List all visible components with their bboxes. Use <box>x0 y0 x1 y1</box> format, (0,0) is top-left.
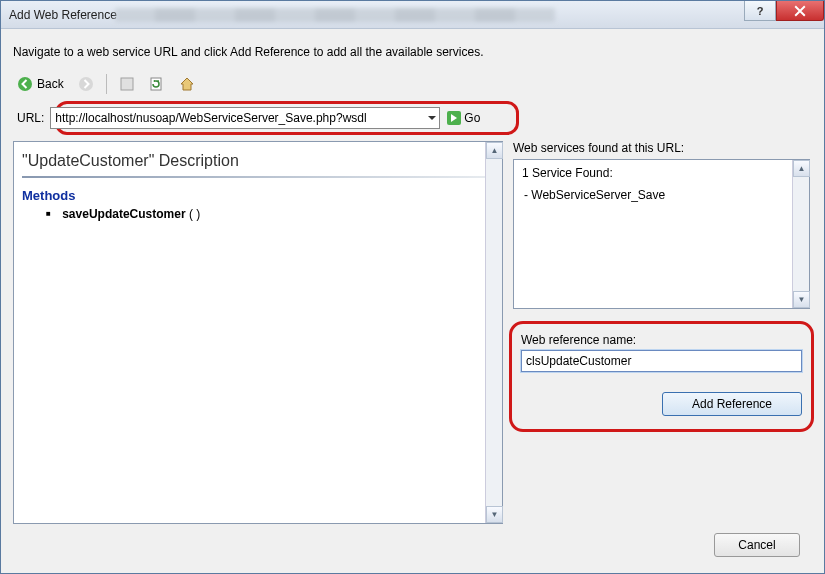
dialog-window: Add Web Reference ? Navigate to a web se… <box>0 0 825 574</box>
url-row-container: URL: Go <box>13 101 812 135</box>
add-reference-button[interactable]: Add Reference <box>662 392 802 416</box>
back-label: Back <box>37 77 64 91</box>
window-title: Add Web Reference <box>9 8 117 22</box>
description-content: "UpdateCustomer" Description Methods sav… <box>14 142 502 229</box>
titlebar[interactable]: Add Web Reference ? <box>1 1 824 29</box>
services-listbox[interactable]: 1 Service Found: - WebServiceServer_Save… <box>513 159 810 309</box>
help-button[interactable]: ? <box>744 1 776 21</box>
right-pane: Web services found at this URL: 1 Servic… <box>513 141 812 524</box>
stop-button[interactable] <box>115 74 139 94</box>
method-signature: ( ) <box>189 207 200 221</box>
refresh-button[interactable] <box>145 74 169 94</box>
chevron-down-icon <box>428 114 436 122</box>
close-icon <box>794 5 806 17</box>
reference-name-label: Web reference name: <box>521 333 802 347</box>
go-arrow-icon <box>446 110 462 126</box>
reference-section: Web reference name: Add Reference <box>513 327 810 428</box>
scroll-down-button[interactable]: ▼ <box>486 506 503 523</box>
titlebar-background-blur <box>115 8 555 22</box>
chevron-up-icon: ▲ <box>798 164 806 173</box>
dialog-footer: Cancel <box>13 524 812 565</box>
service-item[interactable]: - WebServiceServer_Save <box>522 188 801 202</box>
description-divider <box>22 176 494 178</box>
chevron-down-icon: ▼ <box>798 295 806 304</box>
back-arrow-icon <box>17 76 33 92</box>
methods-list: saveUpdateCustomer ( ) <box>22 207 494 221</box>
url-input[interactable] <box>50 107 440 129</box>
method-name: saveUpdateCustomer <box>62 207 185 221</box>
url-input-wrap <box>50 107 440 129</box>
toolbar-separator <box>106 74 107 94</box>
description-scrollbar[interactable]: ▲ ▼ <box>485 142 502 523</box>
scroll-down-button[interactable]: ▼ <box>793 291 810 308</box>
forward-arrow-icon <box>78 76 94 92</box>
chevron-up-icon: ▲ <box>491 146 499 155</box>
instruction-text: Navigate to a web service URL and click … <box>13 39 812 71</box>
dialog-content: Navigate to a web service URL and click … <box>1 29 824 573</box>
chevron-down-icon: ▼ <box>491 510 499 519</box>
cancel-button[interactable]: Cancel <box>714 533 800 557</box>
method-item[interactable]: saveUpdateCustomer ( ) <box>46 207 494 221</box>
stop-icon <box>119 76 135 92</box>
main-split: "UpdateCustomer" Description Methods sav… <box>13 141 812 524</box>
svg-point-0 <box>18 77 32 91</box>
url-dropdown-button[interactable] <box>426 111 438 125</box>
add-reference-row: Add Reference <box>521 392 802 416</box>
scroll-up-button[interactable]: ▲ <box>486 142 503 159</box>
reference-name-input[interactable] <box>521 350 802 372</box>
services-summary: 1 Service Found: <box>522 166 801 180</box>
scroll-up-button[interactable]: ▲ <box>793 160 810 177</box>
back-button[interactable]: Back <box>13 74 68 94</box>
nav-toolbar: Back <box>13 71 812 97</box>
url-row: URL: Go <box>17 107 808 129</box>
home-button[interactable] <box>175 74 199 94</box>
refresh-icon <box>149 76 165 92</box>
go-button[interactable]: Go <box>446 110 480 126</box>
svg-rect-2 <box>121 78 133 90</box>
close-button[interactable] <box>776 1 824 21</box>
description-pane: "UpdateCustomer" Description Methods sav… <box>13 141 503 524</box>
service-description-title: "UpdateCustomer" Description <box>22 150 494 176</box>
url-label: URL: <box>17 111 44 125</box>
services-found-label: Web services found at this URL: <box>513 141 810 155</box>
go-label: Go <box>464 111 480 125</box>
services-scrollbar[interactable]: ▲ ▼ <box>792 160 809 308</box>
forward-button[interactable] <box>74 74 98 94</box>
home-icon <box>179 76 195 92</box>
svg-point-1 <box>79 77 93 91</box>
methods-heading: Methods <box>22 188 494 203</box>
window-buttons: ? <box>744 1 824 21</box>
